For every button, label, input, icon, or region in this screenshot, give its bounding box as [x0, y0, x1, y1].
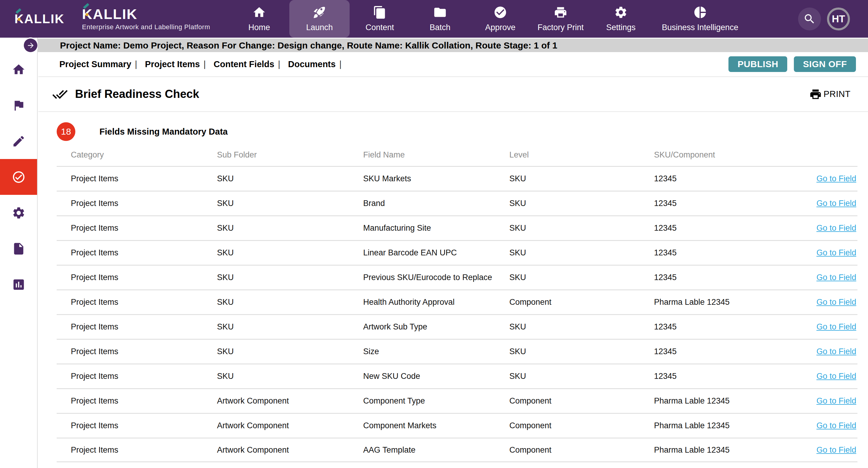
- tab-project-items[interactable]: Project Items |: [145, 59, 206, 69]
- cell-field-name: Artwork Sub Type: [363, 322, 509, 332]
- cell-sku-component: 12345: [654, 273, 796, 282]
- cell-level: SKU: [509, 248, 654, 258]
- go-to-field-link[interactable]: Go to Field: [816, 322, 858, 332]
- search-button[interactable]: [798, 7, 821, 30]
- cell-category: Project Items: [71, 248, 217, 258]
- table-row: Project Items SKU Manufacturing Site SKU…: [57, 215, 858, 240]
- cell-field-name: Component Markets: [363, 421, 509, 430]
- folder-icon: [433, 5, 447, 19]
- missing-count-badge: 18: [57, 122, 75, 141]
- cell-level: SKU: [509, 372, 654, 381]
- nav-item-business-intelligence[interactable]: Business Intelligence: [651, 0, 749, 38]
- cell-field-name: SKU Markets: [363, 174, 509, 183]
- nav-item-factory-print[interactable]: Factory Print: [530, 0, 591, 38]
- sidebar-item-flag[interactable]: [0, 87, 37, 123]
- cell-field-name: Size: [363, 347, 509, 356]
- go-to-field-link[interactable]: Go to Field: [816, 174, 858, 183]
- project-info-bar: Project Name: Demo Project, Reason For C…: [38, 38, 868, 52]
- missing-fields-section: 18 Fields Missing Mandatory Data Categor…: [38, 122, 868, 462]
- go-to-field-link[interactable]: Go to Field: [816, 298, 858, 307]
- sidebar-item-readiness-check[interactable]: [0, 159, 37, 195]
- nav-item-settings[interactable]: Settings: [591, 0, 651, 38]
- cell-sku-component: Pharma Lable 12345: [654, 421, 796, 430]
- print-button[interactable]: PRINT: [809, 88, 851, 101]
- cell-sku-component: 12345: [654, 347, 796, 356]
- search-icon: [803, 13, 816, 25]
- kallik-logo-compact-text: ALLIK: [24, 12, 64, 26]
- cell-sub-folder: Artwork Component: [217, 396, 363, 406]
- sidebar-expand-button[interactable]: [24, 38, 37, 52]
- go-to-field-link[interactable]: Go to Field: [816, 445, 858, 455]
- sidebar-item-documents[interactable]: [0, 231, 37, 267]
- go-to-field-link[interactable]: Go to Field: [816, 372, 858, 381]
- cell-category: Project Items: [71, 445, 217, 455]
- sidebar-item-reports[interactable]: [0, 267, 37, 302]
- tab-separator: |: [339, 59, 342, 69]
- sign-off-button[interactable]: SIGN OFF: [794, 56, 856, 72]
- cell-field-name: Linear Barcode EAN UPC: [363, 248, 509, 258]
- publish-button[interactable]: PUBLISH: [728, 56, 787, 72]
- nav-item-approve[interactable]: Approve: [470, 0, 530, 38]
- kallik-logo-text: KALLIK: [82, 7, 210, 22]
- tab-content-fields[interactable]: Content Fields |: [214, 59, 280, 69]
- table-row: Project Items SKU Artwork Sub Type SKU 1…: [57, 314, 858, 339]
- cell-sku-component: 12345: [654, 322, 796, 332]
- column-header-level: Level: [509, 150, 654, 160]
- cell-sub-folder: SKU: [217, 248, 363, 258]
- cell-category: Project Items: [71, 174, 217, 183]
- sidebar-item-home[interactable]: [0, 52, 37, 87]
- tab-project-summary[interactable]: Project Summary |: [59, 59, 137, 69]
- cell-sku-component: 12345: [654, 224, 796, 233]
- go-to-field-link[interactable]: Go to Field: [816, 199, 858, 208]
- nav-label: Content: [366, 23, 394, 32]
- sidebar-item-settings[interactable]: [0, 195, 37, 231]
- cell-level: SKU: [509, 322, 654, 332]
- cell-sub-folder: SKU: [217, 199, 363, 208]
- tab-separator: |: [204, 59, 206, 69]
- cell-level: Component: [509, 396, 654, 406]
- arrow-right-circle-icon: [27, 41, 35, 50]
- cell-sku-component: 12345: [654, 174, 796, 183]
- section-header: 18 Fields Missing Mandatory Data: [57, 122, 868, 141]
- nav-item-batch[interactable]: Batch: [410, 0, 470, 38]
- table-row: Project Items Artwork Component AAG Temp…: [57, 438, 858, 462]
- nav-label: Settings: [606, 23, 636, 32]
- cell-field-name: Manufacturing Site: [363, 224, 509, 233]
- table-header-row: Category Sub Folder Field Name Level SKU…: [57, 144, 858, 166]
- nav-item-launch[interactable]: Launch: [289, 0, 350, 38]
- go-to-field-link[interactable]: Go to Field: [816, 248, 858, 258]
- tab-documents[interactable]: Documents |: [288, 59, 341, 69]
- section-title: Fields Missing Mandatory Data: [99, 127, 227, 137]
- go-to-field-link[interactable]: Go to Field: [816, 421, 858, 430]
- cell-sub-folder: SKU: [217, 174, 363, 183]
- nav-item-content[interactable]: Content: [350, 0, 410, 38]
- cell-sku-component: 12345: [654, 248, 796, 258]
- cell-sub-folder: SKU: [217, 347, 363, 356]
- table-row: Project Items SKU Size SKU 12345 Go to F…: [57, 339, 858, 364]
- go-to-field-link[interactable]: Go to Field: [816, 273, 858, 282]
- cell-level: SKU: [509, 224, 654, 233]
- table-row: Project Items Artwork Component Componen…: [57, 413, 858, 438]
- column-header-sku-component: SKU/Component: [654, 150, 796, 160]
- cell-level: SKU: [509, 347, 654, 356]
- nav-item-home[interactable]: Home: [229, 0, 289, 38]
- user-avatar[interactable]: HT: [827, 7, 850, 30]
- cell-category: Project Items: [71, 347, 217, 356]
- go-to-field-link[interactable]: Go to Field: [816, 347, 858, 356]
- nav-label: Home: [248, 23, 270, 32]
- main-content: Project Summary | Project Items | Conten…: [38, 52, 868, 468]
- table-row: Project Items SKU Previous SKU/Eurocode …: [57, 265, 858, 290]
- nav-label: Business Intelligence: [662, 23, 738, 32]
- go-to-field-link[interactable]: Go to Field: [816, 224, 858, 233]
- top-nav: KALLIK KALLIK Enterprise Artwork and Lab…: [0, 0, 868, 38]
- cell-field-name: New SKU Code: [363, 372, 509, 381]
- cell-sub-folder: SKU: [217, 322, 363, 332]
- bar-chart-icon: [12, 278, 26, 292]
- go-to-field-link[interactable]: Go to Field: [816, 396, 858, 406]
- sidebar-item-edit[interactable]: [0, 123, 37, 159]
- column-header-field-name: Field Name: [363, 150, 509, 160]
- table-row: Project Items SKU New SKU Code SKU 12345…: [57, 364, 858, 388]
- double-check-icon: [52, 87, 68, 102]
- cell-sku-component: Pharma Lable 12345: [654, 396, 796, 406]
- flag-icon: [12, 98, 26, 112]
